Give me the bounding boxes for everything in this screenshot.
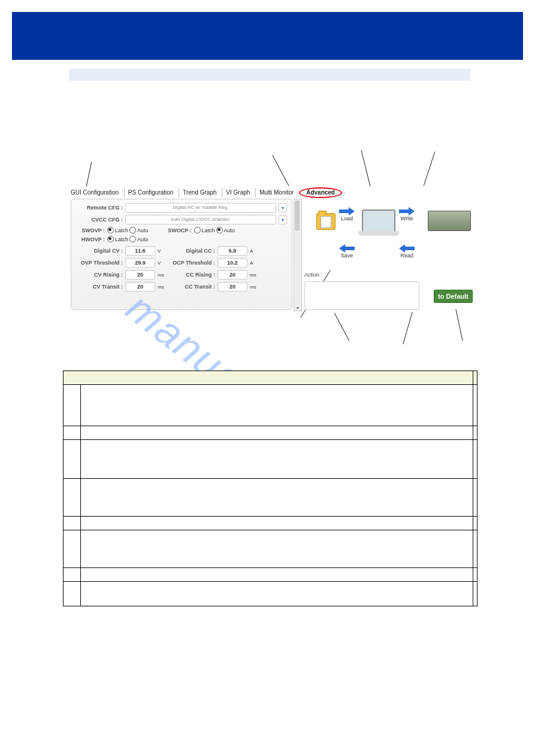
read-label: Read [399, 253, 415, 259]
swovp-latch-radio[interactable] [107, 227, 114, 233]
cvcc-cfg-select[interactable]: both Digital CV/CC enabled. [125, 215, 276, 224]
cc-rising-input[interactable]: 20 [217, 270, 247, 280]
laptop-icon [362, 210, 395, 233]
ovp-threshold-input[interactable]: 29.9 [125, 258, 155, 268]
hwovp-latch-label: Latch [115, 236, 128, 242]
table-header-right [473, 371, 477, 385]
table-row [64, 582, 81, 606]
tab-advanced[interactable]: Advanced [299, 187, 342, 198]
swocp-label: SWOCP : [151, 227, 192, 233]
table-row [81, 582, 473, 606]
table-row [81, 426, 473, 440]
cv-rising-unit: ms [158, 272, 166, 278]
annotation-line [86, 162, 92, 186]
hwovp-latch-radio[interactable] [107, 236, 114, 242]
write-label: Write [399, 215, 415, 221]
scroll-down-icon[interactable]: ▼ [294, 305, 301, 311]
table-row [473, 582, 477, 606]
file-source-icon [316, 213, 335, 230]
tab-spacer [344, 192, 354, 195]
table-row [81, 517, 473, 530]
ovp-threshold-unit: V [158, 260, 166, 266]
ocp-threshold-input[interactable]: 10.2 [217, 258, 247, 268]
table-row [81, 530, 473, 568]
swovp-label: SWOVP : [76, 227, 105, 233]
cv-transit-label: CV Transit : [76, 284, 123, 290]
sub-band [69, 69, 470, 81]
hwovp-auto-radio[interactable] [129, 236, 136, 242]
table-row [64, 426, 81, 440]
cc-rising-label: CC Rising : [168, 272, 215, 278]
digital-cv-input[interactable]: 11.6 [125, 246, 155, 256]
cv-transit-input[interactable]: 20 [125, 282, 155, 292]
digital-cc-label: Digital CC : [168, 248, 215, 254]
swovp-auto-label: Auto [137, 227, 149, 233]
table-row [473, 530, 477, 568]
header-band [12, 12, 523, 60]
tab-ps-configuration[interactable]: PS Configuration [124, 188, 177, 197]
table-row [64, 530, 81, 568]
to-default-button[interactable]: to Default [434, 290, 473, 303]
annotation-line [272, 155, 289, 186]
write-arrow-icon: Write [399, 207, 415, 221]
cc-transit-label: CC Transit : [168, 284, 215, 290]
annotation-line [455, 309, 463, 341]
cc-transit-unit: ms [250, 284, 258, 290]
table-row [64, 385, 81, 426]
swocp-latch-label: Latch [202, 227, 215, 233]
table-row [81, 568, 473, 582]
table-row [81, 479, 473, 517]
load-label: Load [339, 215, 355, 221]
table-row [81, 440, 473, 479]
cv-rising-input[interactable]: 20 [125, 270, 155, 280]
annotation-line [403, 312, 412, 344]
action-label: Action : [304, 272, 322, 278]
hwovp-label: HWOVP : [76, 236, 105, 242]
hwovp-auto-label: Auto [137, 236, 149, 242]
table-row [473, 385, 477, 426]
table-row [473, 479, 477, 517]
psu-icon [428, 211, 471, 231]
table-row [473, 568, 477, 582]
swocp-auto-radio[interactable] [216, 227, 223, 233]
cvcc-cfg-label: CVCC CFG : [76, 217, 123, 223]
tab-gui-configuration[interactable]: GUI Configuration [67, 188, 122, 197]
tab-trend-graph[interactable]: Trend Graph [179, 188, 220, 197]
table-row [473, 517, 477, 530]
table-row [64, 440, 81, 479]
table-row [473, 426, 477, 440]
cv-transit-unit: ms [158, 284, 166, 290]
table-row [64, 517, 81, 530]
ocp-threshold-unit: A [250, 260, 258, 266]
description-table [63, 371, 477, 606]
cvcc-cfg-dropdown-icon[interactable]: ▾ [279, 215, 287, 224]
digital-cv-label: Digital CV : [76, 248, 123, 254]
annotation-line [334, 313, 349, 341]
read-arrow-icon: Read [399, 244, 415, 259]
table-header-left [64, 371, 473, 385]
swocp-radio-group: Latch Auto [194, 227, 235, 233]
swocp-auto-label: Auto [224, 227, 235, 233]
swocp-latch-radio[interactable] [194, 227, 201, 233]
load-arrow-icon: Load [339, 207, 355, 221]
swovp-radio-group: Latch Auto [107, 227, 149, 233]
table-row [64, 568, 81, 582]
annotation-line [424, 151, 435, 186]
tab-multi-monitor[interactable]: Multi Monitor [255, 188, 297, 197]
remote-cfg-dropdown-icon[interactable]: ▾ [279, 203, 287, 212]
digital-cc-unit: A [250, 248, 258, 254]
remote-cfg-select[interactable]: Digital RC w/ Volatile Reg. [125, 203, 276, 212]
cc-transit-input[interactable]: 20 [217, 282, 247, 292]
ovp-threshold-label: OVP Threshold : [76, 260, 123, 266]
panel-scrollbar[interactable]: ▲ ▼ [294, 199, 302, 311]
digital-cc-input[interactable]: 6.8 [217, 246, 247, 256]
swovp-auto-radio[interactable] [129, 227, 136, 233]
cc-rising-unit: ms [250, 272, 258, 278]
hwovp-radio-group: Latch Auto [107, 236, 149, 242]
tab-bar: GUI Configuration PS Configuration Trend… [67, 187, 483, 198]
table-row [473, 440, 477, 479]
tab-vi-graph[interactable]: VI Graph [222, 188, 253, 197]
save-arrow-icon: Save [339, 244, 355, 259]
scroll-thumb[interactable] [295, 201, 300, 230]
folder-icon [316, 213, 335, 230]
